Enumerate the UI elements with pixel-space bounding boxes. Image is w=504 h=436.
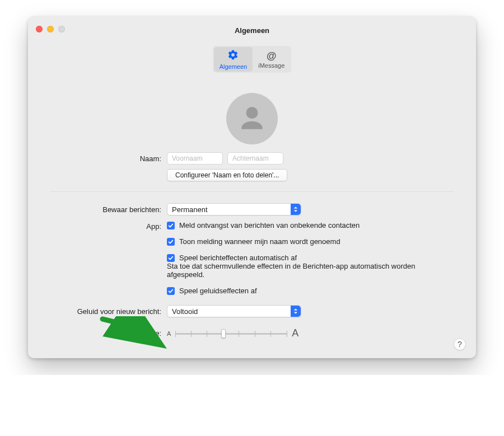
- at-icon: @: [267, 50, 277, 62]
- checkbox-label: Toon melding wanneer mijn naam wordt gen…: [179, 237, 340, 246]
- divider: [50, 191, 454, 192]
- last-name-input[interactable]: [227, 152, 283, 165]
- checkbox-sound-effects[interactable]: Speel geluidseffecten af: [167, 287, 454, 295]
- textsize-small-icon: A: [167, 330, 171, 337]
- first-name-input[interactable]: [167, 152, 223, 165]
- textsize-row: Tekstgrootte: A A: [50, 327, 454, 339]
- checkbox-icon: [167, 287, 175, 295]
- textsize-slider[interactable]: [175, 328, 287, 339]
- checkbox-label: Meld ontvangst van berichten van onbeken…: [179, 221, 360, 229]
- person-icon: [236, 103, 268, 134]
- checkbox-icon: [167, 222, 175, 229]
- retention-select[interactable]: Permanent: [167, 203, 301, 215]
- tab-label: iMessage: [258, 62, 284, 69]
- window-controls: [36, 26, 65, 32]
- checkbox-label: Speel geluidseffecten af: [179, 287, 257, 295]
- tab-label: Algemeen: [220, 63, 248, 70]
- retention-row: Bewaar berichten: Permanent: [50, 203, 454, 215]
- name-label: Naam:: [50, 154, 167, 163]
- app-label: App:: [50, 221, 167, 231]
- sound-label: Geluid voor nieuw bericht:: [50, 307, 167, 316]
- avatar-section: [50, 93, 454, 144]
- tabs: Algemeen @ iMessage: [213, 46, 292, 73]
- gear-icon: [227, 49, 239, 63]
- preferences-window: Algemeen Algemeen @ iMessage Naam:: [28, 17, 476, 358]
- select-arrows-icon: [291, 204, 301, 215]
- retention-label: Bewaar berichten:: [50, 205, 167, 214]
- textsize-label: Tekstgrootte:: [50, 329, 167, 337]
- titlebar: Algemeen: [28, 17, 476, 44]
- share-button-row: Configureer 'Naam en foto delen'...: [50, 169, 454, 181]
- window-title: Algemeen: [235, 26, 269, 35]
- help-button[interactable]: ?: [454, 338, 466, 350]
- checkbox-unknown-contacts[interactable]: Meld ontvangst van berichten van onbeken…: [167, 221, 454, 229]
- checkbox-icon: [167, 238, 175, 246]
- content: Naam: Configureer 'Naam en foto delen'..…: [28, 78, 476, 358]
- configure-share-button[interactable]: Configureer 'Naam en foto delen'...: [167, 169, 287, 181]
- zoom-window-button[interactable]: [58, 26, 65, 32]
- avatar[interactable]: [226, 93, 278, 144]
- name-row: Naam:: [50, 152, 454, 165]
- minimize-window-button[interactable]: [47, 26, 54, 32]
- sound-value: Voltooid: [172, 307, 286, 316]
- tab-imessage[interactable]: @ iMessage: [253, 47, 290, 72]
- sound-select[interactable]: Voltooid: [167, 305, 301, 317]
- checkbox-auto-effects[interactable]: Speel berichteffecten automatisch af: [167, 254, 454, 262]
- app-options-row: App: Meld ontvangst van berichten van on…: [50, 221, 454, 295]
- tab-general[interactable]: Algemeen: [214, 47, 253, 72]
- sound-row: Geluid voor nieuw bericht: Voltooid: [50, 305, 454, 317]
- checkbox-icon: [167, 254, 175, 262]
- checkbox-label: Speel berichteffecten automatisch af: [179, 254, 297, 262]
- checkbox-name-mention[interactable]: Toon melding wanneer mijn naam wordt gen…: [167, 237, 454, 246]
- slider-thumb[interactable]: [221, 329, 226, 338]
- checkbox-description: Sta toe dat schermvullende effecten in d…: [167, 262, 454, 279]
- select-arrows-icon: [291, 306, 301, 317]
- toolbar: Algemeen @ iMessage: [28, 44, 476, 78]
- close-window-button[interactable]: [36, 26, 43, 32]
- retention-value: Permanent: [172, 205, 286, 214]
- textsize-big-icon: A: [292, 327, 298, 339]
